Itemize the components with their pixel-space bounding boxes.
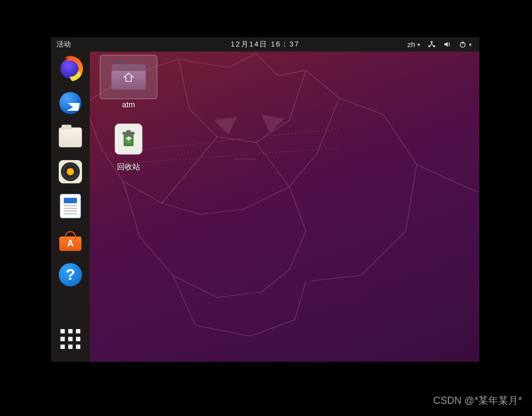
dock-app-thunderbird[interactable] <box>58 90 83 116</box>
volume-icon[interactable] <box>443 40 451 48</box>
network-icon[interactable] <box>428 40 436 48</box>
clock[interactable]: 12月14日 16：37 <box>231 39 299 49</box>
folder-icon <box>111 64 146 90</box>
dock-app-libreoffice-writer[interactable] <box>58 193 83 219</box>
show-applications-button[interactable] <box>58 326 83 352</box>
dock-app-files[interactable] <box>58 125 83 150</box>
ubuntu-desktop-screen: 活动 12月14日 16：37 zh▾ ▾ <box>51 37 479 362</box>
desktop-icon-atm-folder[interactable]: atm <box>100 55 157 109</box>
desktop-icon-label: atm <box>100 100 157 109</box>
watermark-text: CSDN @*某年某月* <box>433 394 522 407</box>
dock: ? <box>51 52 90 362</box>
power-icon[interactable]: ▾ <box>459 40 472 48</box>
desktop-icon-trash[interactable]: 回收站 <box>100 117 157 172</box>
trash-icon <box>115 124 142 155</box>
dock-app-firefox[interactable] <box>58 56 83 81</box>
input-method-indicator[interactable]: zh▾ <box>407 40 420 49</box>
desktop-area[interactable]: atm 回收站 <box>90 52 479 362</box>
activities-button[interactable]: 活动 <box>51 39 71 49</box>
dock-app-rhythmbox[interactable] <box>58 159 83 184</box>
home-icon <box>123 73 134 83</box>
dock-app-help[interactable]: ? <box>58 262 83 287</box>
svg-rect-14 <box>126 130 131 132</box>
dock-app-ubuntu-software[interactable] <box>58 228 83 253</box>
desktop-icon-label: 回收站 <box>100 162 157 172</box>
top-bar: 活动 12月14日 16：37 zh▾ ▾ <box>51 37 479 52</box>
